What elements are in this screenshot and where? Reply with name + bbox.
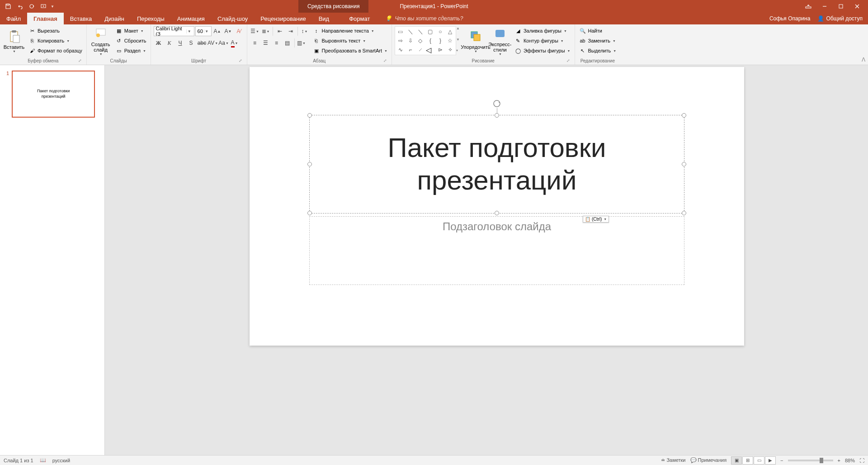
smartart-button[interactable]: ▣Преобразовать в SmartArt▼ [311,46,389,55]
align-center-icon[interactable]: ☰ [261,38,271,48]
spellcheck-icon[interactable]: 📖 [40,457,46,463]
shapes-gallery[interactable]: ▭ ＼ ＼ ▢ ○ △ ⇨ ⇩ ◇ { } ☆ ∿ ⌐ ⟋ ◁ ⊳ [395,26,456,55]
zoom-slider[interactable] [788,460,833,461]
resize-handle[interactable] [307,162,312,166]
columns-button[interactable]: ▥▼ [297,38,307,48]
slide-title[interactable]: Пакет подготовки презентаций [310,132,684,197]
maximize-icon[interactable] [834,1,848,12]
italic-button[interactable]: К [165,38,175,48]
resize-handle[interactable] [307,211,312,215]
quick-styles-button[interactable]: Экспресс-стили▼ [489,26,511,56]
shape-speech-icon[interactable]: ✧ [446,46,455,54]
slide-canvas[interactable]: Пакет подготовки презентаций Подзаголово… [250,67,744,346]
shape-bracket2-icon[interactable]: } [436,37,445,45]
collapse-ribbon-icon[interactable]: ᐱ [862,57,865,63]
shadow-button[interactable]: S [186,38,196,48]
resize-handle[interactable] [682,162,686,166]
shape-freeform-icon[interactable]: ⟋ [416,46,425,54]
tab-home[interactable]: Главная [27,13,64,24]
zoom-level[interactable]: 88% [845,458,855,463]
shape-connector-icon[interactable]: ⌐ [406,46,415,54]
redo-icon[interactable] [26,1,37,12]
shape-line-icon[interactable]: ＼ [406,28,415,36]
tell-me-search[interactable]: 💡 Что вы хотите сделать? [376,13,463,24]
close-icon[interactable] [850,1,864,12]
sorter-view-icon[interactable]: ⊞ [742,456,753,465]
font-color-button[interactable]: A▼ [230,38,240,48]
slideshow-view-icon[interactable]: ▶ [765,456,776,465]
fit-to-window-icon[interactable]: ⛶ [859,458,864,463]
select-button[interactable]: ↖Выделить▼ [578,46,618,55]
tab-slideshow[interactable]: Слайд-шоу [211,13,254,24]
change-case-button[interactable]: Aa▼ [219,38,229,48]
paste-options-smarttag[interactable]: 📋 (Ctrl) ▼ [583,216,609,223]
tab-format[interactable]: Формат [343,13,376,24]
find-button[interactable]: 🔍Найти [578,26,618,35]
language-status[interactable]: русский [52,458,70,463]
undo-icon[interactable] [14,1,25,12]
layout-button[interactable]: ▦Макет▼ [114,26,148,35]
shape-outline-button[interactable]: ✎Контур фигуры▼ [513,36,572,45]
shape-arrow-d-icon[interactable]: ⇩ [406,37,415,45]
comments-button[interactable]: 💬 Примечания [690,457,727,463]
tab-design[interactable]: Дизайн [98,13,131,24]
font-name-combo[interactable]: Calibri Light (З▼ [154,26,194,36]
increase-indent-icon[interactable]: ⇥ [286,26,296,36]
underline-button[interactable]: Ч [175,38,185,48]
char-spacing-button[interactable]: AV▼ [208,38,218,48]
share-button[interactable]: 👤 Общий доступ [817,15,863,22]
bullets-button[interactable]: ☰▼ [250,26,260,36]
notes-button[interactable]: ≐ Заметки [661,457,685,463]
cut-button[interactable]: ✂Вырезать [27,26,84,35]
font-launcher-icon[interactable]: ⤢ [238,58,243,64]
tab-insert[interactable]: Вставка [64,13,98,24]
align-text-button[interactable]: ⎗Выровнять текст▼ [311,36,389,45]
resize-handle[interactable] [495,113,499,118]
rotate-handle-icon[interactable] [492,99,501,108]
shape-action1-icon[interactable]: ◁ [426,46,435,54]
paste-button[interactable]: Вставить ▼ [3,26,25,56]
copy-button[interactable]: ⎘Копировать▼ [27,36,84,45]
tab-animations[interactable]: Анимация [171,13,211,24]
text-direction-button[interactable]: ↕Направление текста▼ [311,26,389,35]
shape-rect-icon[interactable]: ▭ [396,28,405,36]
ribbon-options-icon[interactable] [801,1,816,12]
start-from-beginning-icon[interactable] [38,1,49,12]
shape-triangle-icon[interactable]: △ [446,28,455,36]
shrink-font-icon[interactable]: A▼ [223,26,233,36]
tab-view[interactable]: Вид [312,13,336,24]
slide-editor[interactable]: Пакет подготовки презентаций Подзаголово… [105,65,868,455]
reading-view-icon[interactable]: ▭ [754,456,764,465]
numbering-button[interactable]: ≣▼ [261,26,271,36]
shape-callout-icon[interactable]: ◇ [416,37,425,45]
normal-view-icon[interactable]: ▣ [731,456,742,465]
user-name[interactable]: Софья Опарина [769,15,810,22]
bold-button[interactable]: Ж [154,38,164,48]
decrease-indent-icon[interactable]: ⇤ [275,26,285,36]
slide-subtitle[interactable]: Подзаголовок слайда [310,220,684,233]
line-spacing-button[interactable]: ↕▼ [300,26,310,36]
strike-button[interactable]: abc [197,38,207,48]
section-button[interactable]: ▭Раздел▼ [114,46,148,55]
title-textbox[interactable]: Пакет подготовки презентаций [309,115,684,214]
paragraph-launcher-icon[interactable]: ⤢ [382,58,388,64]
tab-transitions[interactable]: Переходы [131,13,171,24]
shape-action2-icon[interactable]: ⊳ [436,46,445,54]
align-left-icon[interactable]: ≡ [250,38,260,48]
resize-handle[interactable] [682,113,686,118]
reset-button[interactable]: ↺Сбросить [114,36,148,45]
shape-oval-icon[interactable]: ○ [436,28,445,36]
slide-thumbnail-1[interactable]: Пакет подготовки презентаций [12,71,95,118]
new-slide-button[interactable]: Создать слайд ▼ [90,26,112,56]
save-icon[interactable] [3,1,14,12]
shape-star-icon[interactable]: ☆ [446,37,455,45]
gallery-down-icon[interactable]: ▼ [456,38,462,42]
resize-handle[interactable] [495,211,499,215]
minimize-icon[interactable] [817,1,832,12]
replace-button[interactable]: abЗаменить▼ [578,36,618,45]
format-painter-button[interactable]: 🖌Формат по образцу [27,46,84,55]
tab-review[interactable]: Рецензирование [254,13,312,24]
qat-customize-icon[interactable]: ▼ [51,5,54,9]
drawing-launcher-icon[interactable]: ⤢ [566,58,571,64]
clear-formatting-icon[interactable]: A⁄ [234,26,244,36]
